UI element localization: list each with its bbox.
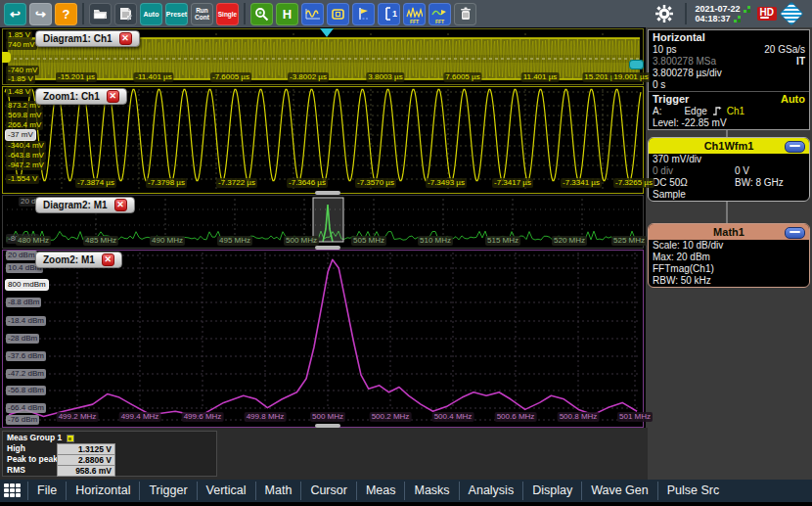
menu-item-cursor[interactable]: Cursor <box>300 482 356 500</box>
diagram1-x-label: -7.6005 µs <box>210 72 251 82</box>
delete-button[interactable] <box>454 3 476 25</box>
ch1-level-marker[interactable] <box>2 52 11 63</box>
trigger-level-marker[interactable] <box>629 60 644 69</box>
question-icon: ? <box>63 7 70 22</box>
minimize-button[interactable] <box>785 227 805 239</box>
record-length-row: 3.800278 MSaIT <box>649 56 809 68</box>
folder-icon <box>93 8 108 20</box>
fft-transform-button[interactable]: FFT <box>429 3 451 25</box>
horizontal-menu-button[interactable]: H <box>276 3 298 25</box>
diagram1-x-label: 11.401 µs <box>521 72 560 82</box>
menu-item-math[interactable]: Math <box>255 482 301 500</box>
zoom2-y-label: -37.6 dBm <box>6 351 46 361</box>
zoom1-x-label: -7.3265 µs <box>613 178 654 188</box>
zoom-window-drag-handle[interactable] <box>315 424 340 428</box>
diagram2-tab[interactable]: Diagram2: M1 ✕ <box>35 197 135 213</box>
ch1-mode-row: Sample <box>649 189 809 201</box>
meas-row: Peak to peak2.8806 V <box>3 454 216 465</box>
zoom1-tab[interactable]: Zoom1: Ch1 ✕ <box>35 88 127 105</box>
preset-button[interactable]: Preset <box>165 3 188 25</box>
menu-item-vertical[interactable]: Vertical <box>197 482 255 500</box>
menu-item-analysis[interactable]: Analysis <box>459 482 523 500</box>
run-cont-button[interactable]: RunCont <box>191 3 213 25</box>
zoom1-x-label: -7.3798 µs <box>146 178 187 188</box>
diagram2-x-label: 515 MHz <box>485 236 520 246</box>
undo-button[interactable]: ↩ <box>4 3 26 25</box>
autoset-button[interactable]: Auto <box>140 3 162 25</box>
screenshot-button[interactable] <box>327 3 349 25</box>
report-button[interactable] <box>114 3 137 25</box>
horizontal-section-title[interactable]: Horizontal <box>649 30 809 44</box>
single-button[interactable]: Single <box>216 3 239 25</box>
math1-header[interactable]: Math1 <box>649 224 809 240</box>
zoom2-x-label: 499.6 MHz <box>182 412 224 422</box>
menu-item-display[interactable]: Display <box>522 482 581 500</box>
meas-label: High <box>7 443 25 453</box>
diagram2-x-label: 510 MHz <box>418 236 453 246</box>
ch1wfm1-header[interactable]: Ch1Wfm1 <box>649 138 809 154</box>
diagram2-x-label: 505 MHz <box>351 236 386 246</box>
close-icon[interactable]: ✕ <box>102 253 114 266</box>
zoom2-y-label: 20 dBm <box>6 251 37 260</box>
menu-item-horizontal[interactable]: Horizontal <box>66 482 139 500</box>
zoom1-x-label: -7.3570 µs <box>355 178 396 188</box>
math1-scale-row: Scale: 10 dB/div <box>649 240 809 252</box>
zoom2-y-label: -66.4 dBm <box>6 403 46 413</box>
ch1-coupling-row: DC 50ΩBW: 8 GHz <box>649 177 809 189</box>
zoom2-y-label: -8.8 dBm <box>6 298 41 307</box>
minimize-button[interactable] <box>785 141 805 153</box>
zoom2-x-label: 500 MHz <box>310 412 345 422</box>
diagram1-tab[interactable]: Diagram1: Ch1 ✕ <box>35 30 140 47</box>
math1-max-row: Max: 20 dBm <box>649 252 809 263</box>
zoom2-y-label: -56.8 dBm <box>6 386 46 395</box>
zoom2-plot[interactable]: Zoom2: M1 ✕ 20 dBm10.4 dBm800 mdBm-8.8 d… <box>2 250 644 428</box>
trigger-section-title[interactable]: Trigger Auto <box>649 91 809 106</box>
diagram2-plot[interactable]: Diagram2: M1 ✕ 20 dBm -80 dBm 480 MHz485… <box>2 195 644 249</box>
zoom2-tab[interactable]: Zoom2: M1 ✕ <box>35 252 122 268</box>
close-icon[interactable]: ✕ <box>119 32 132 45</box>
zoom2-y-label: -28 dBm <box>6 334 39 344</box>
help-button[interactable]: ? <box>55 3 77 25</box>
zoom2-x-label: 501 MHz <box>617 412 653 422</box>
timebase-row: 3.800278 µs/div <box>649 68 809 79</box>
zoom2-y-label: -47.2 dBm <box>6 369 46 379</box>
zoom1-x-label: -7.3722 µs <box>216 178 257 188</box>
fft-arrow-icon <box>431 7 448 18</box>
zoom1-x-label: -7.3493 µs <box>426 178 467 188</box>
zoom-window-drag-handle[interactable] <box>315 246 340 250</box>
settings-button[interactable] <box>654 3 676 25</box>
redo-button[interactable]: ↪ <box>29 3 52 25</box>
math1-expression-row: FFTmag(Ch1) <box>649 263 809 275</box>
math1-signal-box: Math1 Scale: 10 dB/div Max: 20 dBm FFTma… <box>648 223 810 288</box>
meas-row: High1.3125 V <box>3 443 216 454</box>
zoom1-y-label: 266.4 mV <box>6 120 43 130</box>
zoom1-x-label: -7.3341 µs <box>561 178 602 188</box>
menu-item-wave-gen[interactable]: Wave Gen <box>581 482 657 500</box>
zoom-window-drag-handle[interactable] <box>315 191 340 195</box>
close-icon[interactable]: ✕ <box>114 199 127 211</box>
menu-item-trigger[interactable]: Trigger <box>139 482 196 500</box>
cursor-button[interactable]: 1 <box>378 3 400 25</box>
zoom2-x-label: 500.8 MHz <box>558 412 600 422</box>
flag-marker-button[interactable] <box>352 3 375 25</box>
zoom2-y-label: -76 dBm <box>6 415 39 425</box>
waveform-settings-button[interactable] <box>301 3 324 25</box>
menu-item-masks[interactable]: Masks <box>404 482 458 500</box>
trigger-position-marker[interactable] <box>320 28 334 37</box>
meas-label: RMS <box>7 465 25 475</box>
close-icon[interactable]: ✕ <box>107 90 119 103</box>
zoom-tool-button[interactable] <box>250 3 273 25</box>
hd-mode-badge: HD <box>757 7 777 21</box>
zoom1-plot[interactable]: Zoom1: Ch1 ✕ 1.48 V873.2 mV569.8 mV266.4… <box>2 86 644 194</box>
toolbar-separator <box>685 3 687 24</box>
apps-grid-icon[interactable] <box>4 483 23 498</box>
zoom1-x-label: -7.3874 µs <box>75 178 116 188</box>
resolution-row: 10 ps20 GSa/s <box>649 44 809 56</box>
fft-spectrum-button[interactable]: FFT <box>403 3 426 25</box>
menu-item-meas[interactable]: Meas <box>356 482 405 500</box>
menu-item-file[interactable]: File <box>27 482 66 500</box>
trigger-mode-badge: Auto <box>781 92 805 106</box>
file-open-button[interactable] <box>89 3 112 25</box>
measurement-results-panel[interactable]: Meas Group 1 High1.3125 VPeak to peak2.8… <box>2 431 217 477</box>
menu-item-pulse-src[interactable]: Pulse Src <box>657 482 729 500</box>
